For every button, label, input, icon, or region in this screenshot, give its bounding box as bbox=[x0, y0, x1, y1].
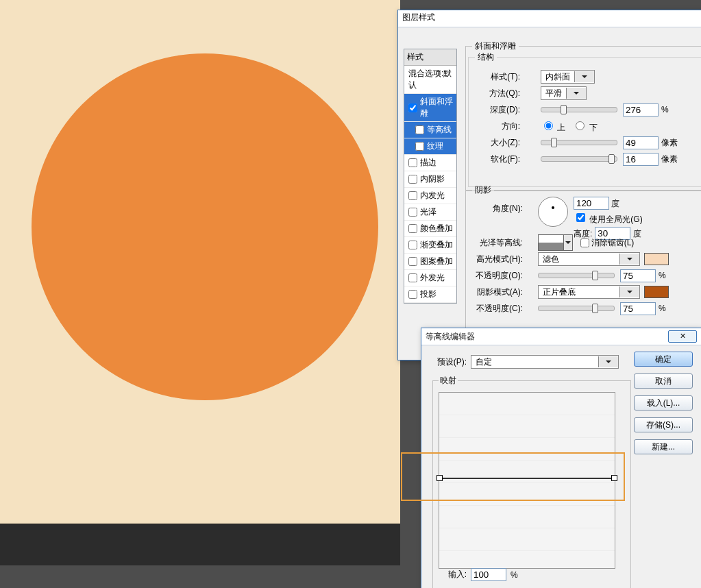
style-texture[interactable]: 纹理 bbox=[404, 138, 456, 155]
style-innerglow[interactable]: 内发光 bbox=[404, 188, 456, 204]
dir-down-radio[interactable] bbox=[576, 121, 585, 130]
shadow-color-swatch[interactable] bbox=[644, 286, 669, 298]
shading-section: 阴影 角度(N): 度 使用全局光(G) 高度: 度 光泽等高线: bbox=[465, 184, 701, 341]
style-contour[interactable]: 等高线 bbox=[404, 122, 456, 138]
size-slider[interactable] bbox=[541, 140, 617, 145]
annotation-highlight bbox=[401, 452, 625, 501]
dialog-title[interactable]: 图层样式 bbox=[398, 10, 701, 27]
cancel-button[interactable]: 取消 bbox=[634, 373, 693, 389]
style-satin[interactable]: 光泽 bbox=[404, 204, 456, 221]
new-button[interactable]: 新建... bbox=[634, 439, 693, 454]
shadow-opacity-input[interactable] bbox=[620, 302, 656, 315]
chevron-down-icon bbox=[619, 286, 639, 297]
layer-style-dialog[interactable]: 图层样式 样式 混合选项:默认 斜面和浮雕 等高线 纹理 描边 内阴影 内发光 … bbox=[397, 10, 701, 360]
style-bevel-check[interactable] bbox=[408, 103, 417, 112]
highlight-opacity-slider[interactable] bbox=[538, 273, 615, 278]
style-dropshadow[interactable]: 投影 bbox=[404, 286, 456, 303]
structure-legend: 结构 bbox=[475, 51, 497, 63]
style-list[interactable]: 样式 混合选项:默认 斜面和浮雕 等高线 纹理 描边 内阴影 内发光 光泽 颜色… bbox=[404, 49, 457, 304]
bevel-legend: 斜面和浮雕 bbox=[472, 40, 519, 52]
size-input[interactable] bbox=[623, 136, 659, 149]
chevron-down-icon[interactable] bbox=[564, 234, 573, 251]
style-bevel[interactable]: 斜面和浮雕 bbox=[404, 94, 456, 122]
structure-section: 结构 样式(T): 内斜面 方法(Q): 平滑 深度(D): % 方向: 上 下… bbox=[468, 51, 701, 187]
soft-input[interactable] bbox=[623, 153, 659, 166]
chevron-down-icon bbox=[566, 88, 586, 99]
angle-input[interactable] bbox=[574, 197, 609, 210]
angle-dial[interactable] bbox=[538, 197, 568, 227]
preset-dropdown[interactable]: 自定 bbox=[471, 355, 619, 369]
style-coloroverlay[interactable]: 颜色叠加 bbox=[404, 221, 456, 237]
bevel-style-dropdown[interactable]: 内斜面 bbox=[541, 70, 595, 84]
soft-slider[interactable] bbox=[541, 156, 617, 162]
style-contour-check[interactable] bbox=[415, 125, 424, 134]
shape-circle[interactable] bbox=[32, 53, 378, 400]
canvas[interactable] bbox=[0, 0, 400, 524]
highlight-opacity-input[interactable] bbox=[620, 269, 656, 282]
antialias-check[interactable] bbox=[580, 238, 589, 247]
style-blend[interactable]: 混合选项:默认 bbox=[404, 66, 456, 94]
style-pattoverlay[interactable]: 图案叠加 bbox=[404, 254, 456, 270]
dir-up-radio[interactable] bbox=[544, 121, 553, 130]
style-list-header: 样式 bbox=[404, 49, 456, 66]
workspace-bottom bbox=[0, 524, 400, 565]
shadow-mode-dropdown[interactable]: 正片叠底 bbox=[538, 285, 640, 299]
highlight-color-swatch[interactable] bbox=[644, 253, 669, 265]
ok-button[interactable]: 确定 bbox=[634, 352, 693, 367]
style-innershadow[interactable]: 内阴影 bbox=[404, 171, 456, 188]
chevron-down-icon bbox=[574, 71, 594, 82]
chevron-down-icon bbox=[619, 254, 639, 265]
style-texture-check[interactable] bbox=[415, 142, 424, 151]
style-stroke[interactable]: 描边 bbox=[404, 155, 456, 171]
highlight-mode-dropdown[interactable]: 滤色 bbox=[538, 252, 640, 266]
load-button[interactable]: 载入(L)... bbox=[634, 395, 693, 411]
save-button[interactable]: 存储(S)... bbox=[634, 417, 693, 432]
shading-legend: 阴影 bbox=[472, 184, 494, 196]
shadow-opacity-slider[interactable] bbox=[538, 306, 615, 311]
contour-input-value[interactable] bbox=[471, 568, 506, 581]
depth-input[interactable] bbox=[623, 103, 659, 117]
close-button[interactable]: ✕ bbox=[668, 330, 697, 343]
style-gradoverlay[interactable]: 渐变叠加 bbox=[404, 237, 456, 254]
style-outerglow[interactable]: 外发光 bbox=[404, 270, 456, 286]
dialog-title[interactable]: 等高线编辑器 ✕ bbox=[421, 328, 701, 345]
depth-slider[interactable] bbox=[541, 107, 617, 112]
chevron-down-icon bbox=[598, 356, 618, 367]
gloss-contour-picker[interactable] bbox=[538, 234, 564, 251]
global-light-check[interactable] bbox=[576, 213, 585, 222]
bevel-method-dropdown[interactable]: 平滑 bbox=[541, 86, 587, 100]
